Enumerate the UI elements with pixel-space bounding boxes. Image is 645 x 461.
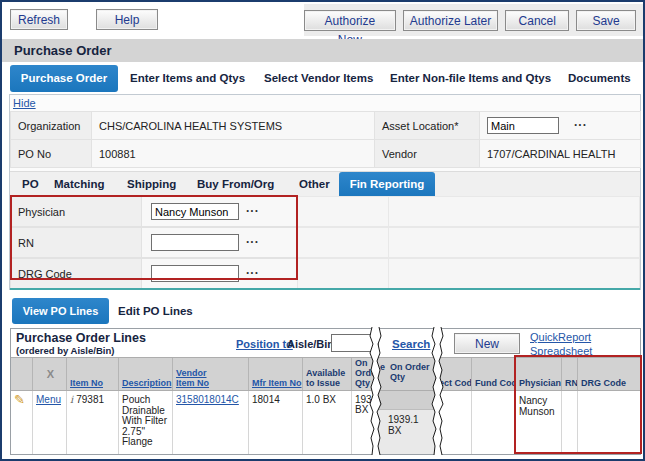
vendor-item-no-link[interactable]: 3158018014C	[176, 394, 239, 405]
tab-other[interactable]: Other	[299, 172, 330, 197]
tab-fin-reporting[interactable]: Fin Reporting	[339, 172, 435, 197]
col-header-ect-code: ect Code	[436, 358, 472, 390]
col-header-description[interactable]: Description	[119, 358, 173, 390]
tab-documents[interactable]: Documents	[568, 64, 631, 92]
aisle-bin-label: Aisle/Bin	[287, 338, 334, 350]
col-header-drg-code: DRG Code	[578, 358, 640, 390]
quickreport-link[interactable]: QuickReport	[530, 331, 591, 343]
tab-enter-non-file-items-and-qtys[interactable]: Enter Non-file Items and Qtys	[390, 64, 551, 92]
rn-value-cell	[562, 391, 578, 454]
rn-lookup-button[interactable]: ...	[246, 232, 259, 246]
fin-form-empty-cell	[297, 196, 389, 227]
available-to-issue-cell: 1.0 BX	[303, 391, 352, 454]
drg-code-lookup-button[interactable]: ...	[246, 263, 259, 277]
edit-pencil-icon[interactable]: ✎	[14, 392, 25, 407]
col-header-mfr-item-no[interactable]: Mfr Item No	[249, 358, 303, 390]
fin-form-empty-cell	[297, 258, 389, 289]
fin-form-empty-cell	[388, 227, 640, 258]
drg-code-input[interactable]	[151, 265, 239, 282]
po-header-section: Hide Organization CHS/CAROLINA HEALTH SY…	[9, 94, 641, 290]
header-overhang-block	[378, 391, 435, 410]
authorize-later-button[interactable]: Authorize Later	[403, 10, 499, 31]
hide-link[interactable]: Hide	[13, 97, 36, 109]
drg-code-cell: ...	[141, 258, 298, 289]
fin-form-empty-cell	[388, 196, 640, 227]
rn-input[interactable]	[151, 234, 239, 251]
drg-code-label: DRG Code	[10, 258, 142, 289]
mfr-item-no-cell: 18014	[249, 391, 303, 454]
section-separator	[10, 288, 640, 290]
po-no-label: PO No	[10, 139, 92, 168]
spreadsheet-link[interactable]: Spreadsheet	[530, 345, 592, 357]
col-header-fund-code: Fund Code	[472, 358, 516, 390]
tab-enter-items-and-qtys[interactable]: Enter Items and Qtys	[130, 64, 245, 92]
tab-select-vendor-items[interactable]: Select Vendor Items	[264, 64, 373, 92]
fin-form-empty-cell	[297, 227, 389, 258]
physician-label: Physician	[10, 196, 142, 227]
purchase-order-window: Refresh Help Authorize Now Authorize Lat…	[0, 0, 645, 461]
row-menu-link[interactable]: Menu	[36, 394, 61, 405]
col-header-physician: Physician	[516, 358, 562, 390]
organization-value: CHS/CAROLINA HEALTH SYSTEMS	[91, 111, 375, 140]
tab-view-po-lines[interactable]: View PO Lines	[12, 298, 109, 324]
asset-location-lookup-button[interactable]: ...	[574, 115, 587, 129]
asset-location-input[interactable]	[487, 117, 559, 134]
toolbar-right-panel: Authorize Now Authorize Later Cancel Sav…	[304, 4, 643, 36]
col-header-on-order-qty: On Order Qty	[352, 358, 378, 390]
tab-purchase-order[interactable]: Purchase Order	[10, 65, 118, 92]
toolbar: Refresh Help Authorize Now Authorize Lat…	[2, 2, 643, 38]
on-order-qty-cell: 1939.1 BX	[352, 391, 378, 454]
po-line-row: ✎ Menu i79381 Pouch Drainable With Filte…	[11, 391, 640, 454]
fin-form-empty-cell	[388, 258, 640, 289]
refresh-button[interactable]: Refresh	[10, 9, 68, 30]
vendor-item-no-cell: 3158018014C	[173, 391, 249, 454]
rn-cell: ...	[141, 227, 298, 258]
ect-code-cell	[436, 391, 472, 454]
vendor-label: Vendor	[374, 139, 480, 168]
edit-cell: ✎	[11, 391, 33, 454]
lines-subtitle: (ordered by Aisle/Bin)	[16, 345, 114, 356]
main-tab-bar: Purchase Order Enter Items and Qtys Sele…	[2, 64, 643, 93]
lines-header-row: X Item No Description Vendor Item No Mfr…	[11, 357, 640, 391]
new-button[interactable]: New	[454, 333, 520, 354]
fund-code-cell	[472, 391, 516, 454]
description-cell: Pouch Drainable With Filter 2.75" Flange	[119, 391, 173, 454]
lines-title: Purchase Order Lines	[16, 331, 146, 345]
col-header-on-order-qty-right: On Order Qty	[378, 358, 436, 390]
menu-cell: Menu	[33, 391, 67, 454]
col-header-rn: RN	[562, 358, 578, 390]
search-link[interactable]: Search	[392, 338, 430, 350]
position-to-input[interactable]	[331, 334, 379, 352]
on-order-qty-right-cell: 1939.1 BX	[378, 391, 436, 454]
position-to-link[interactable]: Position to	[236, 338, 293, 350]
vendor-value: 1707/CARDINAL HEALTH	[479, 139, 641, 168]
item-no-cell: i79381	[67, 391, 119, 454]
tab-edit-po-lines[interactable]: Edit PO Lines	[118, 298, 193, 324]
tab-po[interactable]: PO	[22, 172, 39, 197]
authorize-now-button[interactable]: Authorize Now	[304, 10, 396, 31]
po-no-value: 100881	[91, 139, 375, 168]
po-lines-panel: Purchase Order Lines (ordered by Aisle/B…	[10, 328, 641, 455]
col-header-edit	[11, 358, 33, 390]
organization-label: Organization	[10, 111, 92, 140]
delete-all-icon[interactable]: X	[33, 358, 67, 390]
col-header-vendor-item-no[interactable]: Vendor Item No	[173, 358, 249, 390]
col-header-item-no[interactable]: Item No	[67, 358, 119, 390]
rn-label: RN	[10, 227, 142, 258]
asset-location-label: Asset Location*	[374, 111, 480, 140]
cancel-button[interactable]: Cancel	[505, 10, 569, 31]
tab-matching[interactable]: Matching	[54, 172, 104, 197]
physician-cell: ...	[141, 196, 298, 227]
physician-value-cell: Nancy Munson	[516, 391, 562, 454]
save-button[interactable]: Save	[576, 10, 636, 31]
asset-location-cell: ...	[479, 111, 641, 140]
drg-code-value-cell	[578, 391, 640, 454]
tab-buy-from-org[interactable]: Buy From/Org	[197, 172, 274, 197]
info-icon[interactable]: i	[70, 394, 73, 405]
detail-tab-bar: PO Matching Shipping Buy From/Org Other …	[10, 171, 640, 196]
physician-input[interactable]	[151, 203, 239, 220]
help-button[interactable]: Help	[96, 9, 158, 30]
col-header-available-to-issue: Available to Issue	[303, 358, 352, 390]
physician-lookup-button[interactable]: ...	[246, 201, 259, 215]
tab-shipping[interactable]: Shipping	[127, 172, 176, 197]
